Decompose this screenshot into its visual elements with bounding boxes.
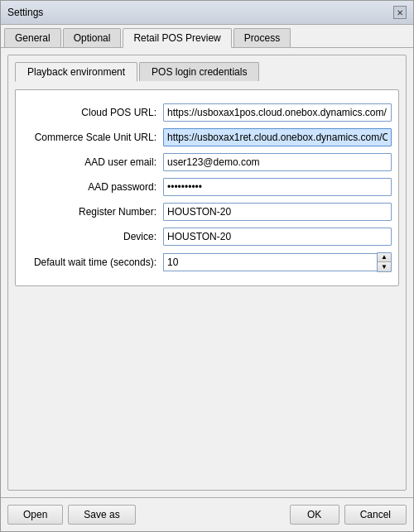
spinner-up-button[interactable]: ▲ xyxy=(378,253,391,262)
aad-password-label: AAD password: xyxy=(22,181,163,193)
default-wait-time-label: Default wait time (seconds): xyxy=(22,256,163,268)
tab-optional[interactable]: Optional xyxy=(63,28,122,47)
inner-tabs: Playback environment POS login credentia… xyxy=(15,62,399,81)
tab-panel: Cloud POS URL: Commerce Scale Unit URL: … xyxy=(15,89,399,286)
title-bar: Settings ✕ xyxy=(1,1,413,25)
device-row: Device: xyxy=(22,228,392,246)
aad-password-input[interactable] xyxy=(163,178,392,196)
tab-process[interactable]: Process xyxy=(233,28,291,47)
tab-playback-environment[interactable]: Playback environment xyxy=(15,62,137,82)
cloud-pos-url-label: Cloud POS URL: xyxy=(22,107,163,118)
main-content: Playback environment POS login credentia… xyxy=(1,48,413,497)
device-label: Device: xyxy=(22,231,163,242)
cloud-pos-url-row: Cloud POS URL: xyxy=(22,103,392,122)
save-as-button[interactable]: Save as xyxy=(68,505,135,525)
settings-window: Settings ✕ General Optional Retail POS P… xyxy=(0,0,414,532)
cloud-pos-url-input[interactable] xyxy=(163,103,392,122)
footer-left: Open Save as xyxy=(7,505,136,525)
close-button[interactable]: ✕ xyxy=(393,6,407,19)
device-input[interactable] xyxy=(163,228,392,246)
open-button[interactable]: Open xyxy=(7,505,63,525)
footer-right: OK Cancel xyxy=(290,505,407,525)
cancel-button[interactable]: Cancel xyxy=(344,505,407,525)
window-title: Settings xyxy=(7,7,43,18)
register-number-label: Register Number: xyxy=(22,206,163,218)
spinner-buttons: ▲ ▼ xyxy=(377,252,392,272)
default-wait-time-input[interactable] xyxy=(163,253,377,271)
commerce-scale-unit-url-label: Commerce Scale Unit URL: xyxy=(22,132,163,143)
aad-user-email-row: AAD user email: xyxy=(22,153,392,171)
register-number-input[interactable] xyxy=(163,203,392,221)
footer: Open Save as OK Cancel xyxy=(1,497,413,531)
default-wait-time-row: Default wait time (seconds): ▲ ▼ xyxy=(22,252,392,272)
group-box: Playback environment POS login credentia… xyxy=(7,55,407,491)
default-wait-time-spinner: ▲ ▼ xyxy=(163,252,392,272)
aad-password-row: AAD password: xyxy=(22,178,392,196)
commerce-scale-unit-url-input[interactable] xyxy=(163,128,392,146)
aad-user-email-label: AAD user email: xyxy=(22,156,163,168)
tab-pos-login-credentials[interactable]: POS login credentials xyxy=(139,62,259,81)
commerce-scale-unit-url-row: Commerce Scale Unit URL: xyxy=(22,128,392,146)
register-number-row: Register Number: xyxy=(22,203,392,221)
top-tabs: General Optional Retail POS Preview Proc… xyxy=(1,25,413,48)
tab-retail-pos-preview[interactable]: Retail POS Preview xyxy=(123,28,231,48)
aad-user-email-input[interactable] xyxy=(163,153,392,171)
ok-button[interactable]: OK xyxy=(290,505,339,525)
spinner-down-button[interactable]: ▼ xyxy=(378,262,391,271)
tab-general[interactable]: General xyxy=(4,28,61,47)
